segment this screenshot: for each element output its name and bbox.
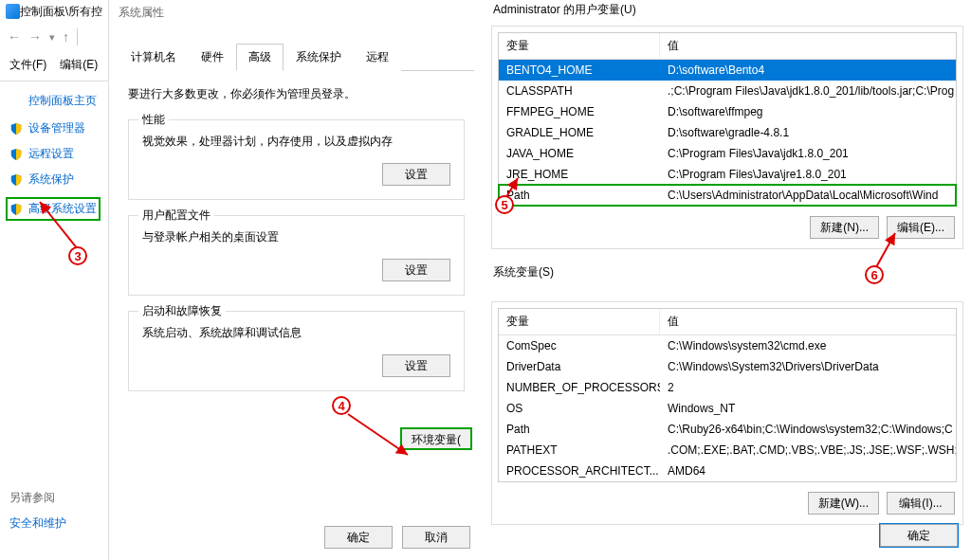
control-panel-sidebar: 控制面板\所有控 ← → ▾ ↑ 文件(F) 编辑(E) 控制面板主页 设备管理… [0, 0, 109, 560]
col-value[interactable]: 值 [660, 33, 956, 59]
col-value[interactable]: 值 [660, 309, 956, 334]
shield-icon [9, 122, 23, 135]
menu-bar: 文件(F) 编辑(E) [0, 51, 108, 79]
dropdown-icon[interactable]: ▾ [49, 31, 55, 44]
sidebar-item-label: 设备管理器 [28, 120, 85, 136]
shield-icon [9, 148, 23, 161]
back-arrow-icon[interactable]: ← [8, 29, 21, 45]
shield-icon [9, 203, 23, 216]
titlebar-path: 控制面板\所有控 [20, 4, 102, 20]
sidebar-item-advanced[interactable]: 高级系统设置 [6, 197, 101, 221]
cell-var: PROCESSOR_ARCHITECT... [499, 462, 660, 479]
startup-settings-button[interactable]: 设置 [382, 354, 450, 377]
edit-user-var-button[interactable]: 编辑(E)... [887, 216, 955, 239]
group-text: 系统启动、系统故障和调试信息 [142, 325, 450, 341]
dialog-title: 系统属性 [109, 0, 484, 26]
table-row[interactable]: PathC:\Ruby26-x64\bin;C:\Windows\system3… [499, 419, 956, 440]
performance-settings-button[interactable]: 设置 [382, 163, 450, 186]
table-row[interactable]: CLASSPATH .;C:\Program Files\Java\jdk1.8… [499, 81, 956, 101]
up-arrow-icon[interactable]: ↑ [63, 29, 69, 45]
menu-file[interactable]: 文件(F) [9, 57, 46, 73]
cell-var: Path [499, 421, 660, 438]
cell-val: C:\Program Files\Java\jre1.8.0_201 [660, 166, 956, 183]
profile-settings-button[interactable]: 设置 [382, 259, 450, 281]
environment-variables-button[interactable]: 环境变量( [400, 427, 472, 450]
cell-val: C:\Program Files\Java\jdk1.8.0_201 [660, 145, 956, 162]
group-title: 启动和故障恢复 [138, 303, 226, 319]
tab-hardware[interactable]: 硬件 [189, 44, 236, 71]
see-also: 另请参阅 安全和维护 [9, 490, 66, 541]
cell-val: C:\Users\Administrator\AppData\Local\Mic… [660, 187, 956, 204]
user-var-buttons: 新建(N)... 编辑(E)... [492, 214, 962, 248]
sys-vars-title: 系统变量(S) [484, 262, 971, 284]
table-row-path[interactable]: Path C:\Users\Administrator\AppData\Loca… [499, 185, 956, 206]
table-row[interactable]: PROCESSOR_ARCHITECT...AMD64 [499, 461, 956, 481]
see-also-title: 另请参阅 [9, 490, 66, 506]
sidebar-item-device-manager[interactable]: 设备管理器 [9, 120, 99, 136]
performance-group: 性能 视觉效果，处理器计划，内存使用，以及虚拟内存 设置 [128, 119, 465, 200]
user-profile-group: 用户配置文件 与登录帐户相关的桌面设置 设置 [128, 215, 465, 296]
sidebar-item-label: 系统保护 [28, 172, 74, 188]
user-vars-title: Administrator 的用户变量(U) [484, 0, 971, 22]
menu-edit[interactable]: 编辑(E) [60, 57, 98, 73]
cell-var: PATHEXT [499, 442, 660, 459]
table-row[interactable]: GRADLE_HOME D:\software\gradle-4.8.1 [499, 122, 956, 143]
table-row[interactable]: DriverDataC:\Windows\System32\Drivers\Dr… [499, 356, 956, 377]
tab-remote[interactable]: 远程 [354, 44, 401, 71]
sys-vars-table[interactable]: 变量 值 ComSpecC:\Windows\system32\cmd.exe … [498, 308, 957, 482]
cell-val: C:\Ruby26-x64\bin;C:\Windows\system32;C:… [660, 421, 956, 438]
sidebar-home[interactable]: 控制面板主页 [9, 93, 99, 109]
col-variable[interactable]: 变量 [499, 309, 660, 334]
cell-var: ComSpec [499, 337, 660, 354]
edit-sys-var-button[interactable]: 编辑(I)... [887, 492, 955, 515]
table-row[interactable]: FFMPEG_HOME D:\software\ffmpeg [499, 101, 956, 122]
tabs: 计算机名 硬件 高级 系统保护 远程 [119, 43, 474, 71]
table-row[interactable]: JAVA_HOME C:\Program Files\Java\jdk1.8.0… [499, 143, 956, 164]
titlebar: 控制面板\所有控 [0, 0, 108, 23]
tab-computer-name[interactable]: 计算机名 [119, 44, 189, 71]
tab-advanced[interactable]: 高级 [236, 44, 284, 71]
table-header: 变量 值 [499, 309, 956, 335]
ok-button[interactable]: 确定 [324, 526, 393, 549]
cell-val: D:\software\Bento4 [660, 62, 956, 79]
table-row[interactable]: ComSpecC:\Windows\system32\cmd.exe [499, 335, 956, 356]
cell-val: .;C:\Program Files\Java\jdk1.8.0_201/lib… [660, 82, 956, 99]
sidebar-item-label: 远程设置 [28, 146, 74, 162]
system-properties-dialog: 系统属性 计算机名 硬件 高级 系统保护 远程 要进行大多数更改，你必须作为管理… [109, 0, 484, 560]
cell-val: .COM;.EXE;.BAT;.CMD;.VBS;.VBE;.JS;.JSE;.… [660, 442, 956, 459]
cell-var: JAVA_HOME [499, 145, 660, 162]
sidebar-item-remote[interactable]: 远程设置 [9, 146, 99, 162]
cell-val: D:\software\ffmpeg [660, 103, 956, 120]
tab-protection[interactable]: 系统保护 [284, 44, 354, 71]
cell-val: AMD64 [660, 462, 956, 479]
table-row[interactable]: PATHEXT.COM;.EXE;.BAT;.CMD;.VBS;.VBE;.JS… [499, 440, 956, 461]
table-row[interactable]: JRE_HOME C:\Program Files\Java\jre1.8.0_… [499, 164, 956, 185]
forward-arrow-icon[interactable]: → [28, 29, 42, 45]
cell-var: CLASSPATH [499, 82, 660, 99]
cancel-button[interactable]: 取消 [402, 526, 470, 549]
user-vars-table[interactable]: 变量 值 BENTO4_HOME D:\software\Bento4 CLAS… [498, 32, 957, 207]
sidebar-item-protection[interactable]: 系统保护 [9, 172, 99, 188]
admin-note: 要进行大多数更改，你必须作为管理员登录。 [128, 86, 465, 102]
col-variable[interactable]: 变量 [499, 33, 660, 59]
table-row[interactable]: NUMBER_OF_PROCESSORS2 [499, 377, 956, 398]
cell-val: C:\Windows\system32\cmd.exe [660, 337, 956, 354]
divider [0, 81, 108, 81]
cell-val: Windows_NT [660, 400, 956, 417]
table-row[interactable]: OSWindows_NT [499, 398, 956, 419]
new-sys-var-button[interactable]: 新建(W)... [808, 492, 879, 515]
cell-var: FFMPEG_HOME [499, 103, 660, 120]
security-maintenance-link[interactable]: 安全和维护 [9, 515, 66, 532]
marker-4: 4 [332, 396, 351, 415]
table-row[interactable]: BENTO4_HOME D:\software\Bento4 [499, 60, 956, 81]
nav-row: ← → ▾ ↑ [0, 23, 108, 51]
cell-var: OS [499, 400, 660, 417]
sys-var-buttons: 新建(W)... 编辑(I)... [492, 490, 962, 524]
divider [77, 28, 78, 45]
new-user-var-button[interactable]: 新建(N)... [810, 216, 879, 239]
cell-var: DriverData [499, 358, 660, 375]
cell-val: 2 [660, 379, 956, 396]
control-panel-icon [6, 4, 20, 19]
ok-button[interactable]: 确定 [880, 524, 958, 547]
environment-variables-dialog: Administrator 的用户变量(U) 变量 值 BENTO4_HOME … [484, 0, 971, 560]
